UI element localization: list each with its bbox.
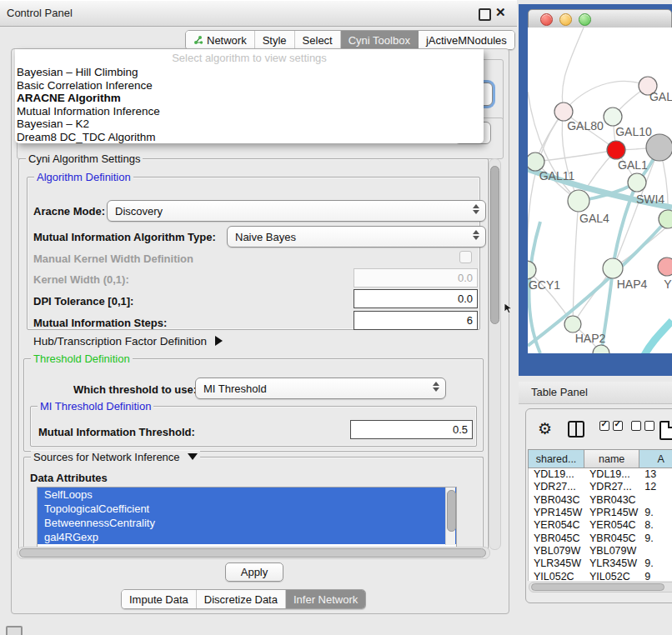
table-row[interactable]: YLR345WYLR345W9. [529, 558, 672, 570]
settings-horizontal-scrollbar-thumb[interactable] [19, 548, 486, 558]
table-cell: 12 [639, 481, 672, 493]
mi-type-select[interactable]: Naive Bayes [227, 226, 486, 248]
dropdown-item[interactable]: Mutual Information Inference [15, 105, 484, 118]
network-edge[interactable] [564, 81, 648, 112]
zoom-traffic-light-icon[interactable] [579, 13, 591, 26]
table-cell: YBR043C [584, 494, 639, 507]
dropdown-item[interactable]: ARACNE Algorithm [15, 92, 484, 105]
network-view-window[interactable]: GAL80GAL10GAL1GAL11SWI4GAL4GCY1HAP4YHAP2… [519, 4, 672, 376]
network-node-gal10[interactable] [604, 108, 622, 126]
attributes-scrollbar-thumb[interactable] [447, 490, 456, 532]
tab-style[interactable]: Style [255, 31, 295, 49]
dropdown-item[interactable]: Dream8 DC_TDC Algorithm [15, 131, 484, 144]
sources-group-title[interactable]: Sources for Network Inference [31, 451, 200, 463]
network-node-hap4[interactable] [603, 258, 623, 278]
columns-icon[interactable] [568, 421, 584, 438]
column-header[interactable]: shared... [528, 449, 584, 468]
manual-kernel-checkbox[interactable] [459, 251, 472, 263]
dpi-tolerance-field[interactable]: 0.0 [354, 289, 478, 308]
network-node-label: HAP4 [617, 278, 648, 291]
table-cell: YPR145W [584, 507, 639, 519]
settings-vertical-scrollbar-thumb[interactable] [490, 166, 499, 324]
tab-infer-network[interactable]: Infer Network [286, 590, 365, 608]
dropdown-item[interactable]: Bayesian – K2 [15, 118, 484, 131]
attribute-item[interactable]: BetweennessCentrality [38, 516, 456, 530]
table-horizontal-scrollbar-thumb[interactable] [531, 583, 664, 591]
kernel-width-label: Kernel Width (0,1): [33, 273, 129, 286]
which-threshold-select[interactable]: MI Threshold [195, 378, 446, 399]
aracne-mode-select[interactable]: Discovery [107, 200, 486, 222]
table-row[interactable]: YBR045CYBR045C9. [529, 532, 672, 545]
float-window-icon[interactable] [479, 8, 491, 21]
table-row[interactable]: YBL079WYBL079W [529, 545, 672, 558]
threshold-definition-title: Threshold Definition [31, 352, 133, 365]
table-panel-title: Table Panel [531, 382, 588, 403]
network-node-label: GAL1 [618, 158, 648, 172]
close-traffic-light-icon[interactable] [540, 13, 553, 26]
table-row[interactable]: YDR27...YDR27...12 [529, 481, 672, 493]
tab-impute-data[interactable]: Impute Data [122, 590, 197, 608]
table-row[interactable]: YDL19...YDL19...13 [529, 468, 672, 481]
mi-steps-field[interactable]: 6 [354, 311, 478, 330]
algorithm-dropdown-placeholder: Select algorithm to view settings [15, 49, 484, 66]
data-attributes-list[interactable]: SelfLoopsTopologicalCoefficientBetweenne… [37, 487, 457, 548]
dropdown-item[interactable]: Basic Correlation Inference [15, 79, 484, 92]
dpi-tolerance-label: DPI Tolerance [0,1]: [33, 295, 133, 308]
dropdown-item[interactable]: Bayesian – Hill Climbing [15, 66, 484, 79]
apply-button[interactable]: Apply [225, 562, 283, 582]
expand-arrow-icon [215, 336, 223, 346]
network-node[interactable] [659, 210, 672, 228]
settings-horizontal-scrollbar[interactable] [17, 547, 490, 559]
mi-threshold-field[interactable]: 0.5 [350, 420, 473, 439]
settings-vertical-scrollbar[interactable] [489, 158, 501, 550]
document-icon[interactable] [659, 421, 672, 440]
table-panel: ⚙ shared...nameA YDL19...YDL19...13YDR27… [525, 408, 672, 603]
network-node-gal80[interactable] [554, 102, 573, 121]
network-window-titlebar[interactable] [528, 9, 672, 29]
close-icon[interactable]: ✕ [495, 5, 506, 20]
network-edge-highlighted[interactable] [644, 321, 672, 353]
tab-select[interactable]: Select [295, 31, 341, 49]
network-node-swi4[interactable] [628, 173, 646, 192]
network-edge[interactable] [535, 150, 616, 162]
which-threshold-label: Which threshold to use: [73, 383, 197, 396]
table-row[interactable]: YPR145WYPR145W9. [529, 507, 672, 519]
minimized-panel-icon[interactable] [6, 626, 23, 635]
network-node-hap2[interactable] [564, 316, 581, 332]
table-cell: YDR27... [584, 481, 639, 493]
mi-steps-label: Mutual Information Steps: [33, 317, 167, 329]
minimize-traffic-light-icon[interactable] [559, 13, 572, 26]
network-edge[interactable] [562, 28, 584, 112]
attribute-item[interactable]: gal4RGexp [38, 530, 456, 544]
tab-jactivemnodules[interactable]: jActiveMNodules [419, 31, 514, 49]
attribute-item[interactable]: SelfLoops [38, 488, 456, 502]
table-cell: YDL19... [529, 468, 584, 481]
mi-type-value: Naive Bayes [235, 231, 296, 243]
table-cell: YPR145W [529, 507, 584, 519]
gear-icon[interactable]: ⚙ [538, 421, 552, 437]
network-canvas[interactable]: GAL80GAL10GAL1GAL11SWI4GAL4GCY1HAP4YHAP2… [528, 28, 672, 353]
attribute-item[interactable]: TopologicalCoefficient [38, 502, 456, 516]
network-node-y[interactable] [658, 258, 672, 276]
tab-label: Discretize Data [204, 593, 278, 606]
attributes-scrollbar[interactable] [445, 488, 455, 545]
hub-definition-toggle[interactable]: Hub/Transcription Factor Definition [33, 335, 223, 348]
column-header[interactable]: A [639, 449, 672, 468]
network-node-gal1[interactable] [607, 141, 625, 159]
table-row[interactable]: YBR043CYBR043C [529, 494, 672, 507]
tab-network[interactable]: Network [186, 31, 255, 49]
checked-pair-icon[interactable] [599, 421, 623, 431]
tab-cyni-toolbox[interactable]: Cyni Toolbox [341, 31, 419, 49]
table-cell [639, 494, 672, 507]
table-row[interactable]: YER054CYER054C8. [529, 519, 672, 532]
network-node-gal4[interactable] [568, 190, 589, 212]
table-row[interactable]: YIL052CYIL052C9 [529, 571, 672, 581]
network-node[interactable] [646, 134, 672, 161]
unchecked-pair-icon[interactable] [631, 421, 654, 431]
network-node-gal11[interactable] [528, 152, 544, 171]
column-header[interactable]: name [584, 449, 639, 468]
tab-discretize-data[interactable]: Discretize Data [197, 590, 286, 608]
network-icon [193, 35, 203, 45]
table-horizontal-scrollbar[interactable] [529, 582, 672, 592]
kernel-width-field[interactable]: 0.0 [354, 268, 478, 288]
